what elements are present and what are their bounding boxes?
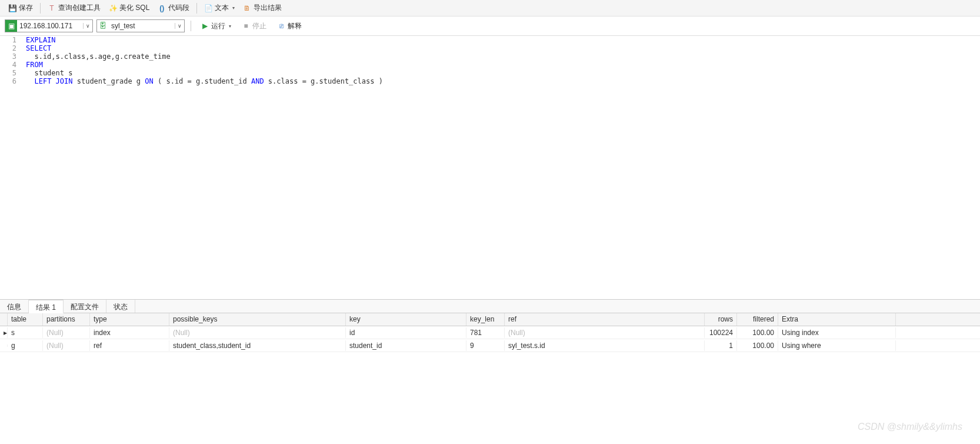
document-icon: 📄 <box>204 4 212 12</box>
col-key-len[interactable]: key_len <box>466 313 505 326</box>
cell-ref[interactable]: syl_test.s.id <box>505 340 705 351</box>
sql-editor[interactable]: 123456 EXPLAINSELECT s.id,s.class,s.age,… <box>0 35 980 299</box>
query-tool-label: 查询创建工具 <box>58 3 101 13</box>
cell-filtered[interactable]: 100.00 <box>737 327 778 338</box>
stop-label: 停止 <box>252 21 266 31</box>
play-icon: ▶ <box>201 22 209 30</box>
cell-possible_keys[interactable]: (Null) <box>169 327 346 338</box>
save-button[interactable]: 💾 保存 <box>5 2 36 14</box>
save-icon: 💾 <box>8 4 16 12</box>
tab-info[interactable]: 信息 <box>0 300 29 313</box>
cell-key_len[interactable]: 9 <box>466 340 505 351</box>
separator <box>196 3 197 14</box>
run-label: 运行 <box>211 21 225 31</box>
stop-icon: ■ <box>242 22 250 30</box>
col-ref[interactable]: ref <box>505 313 705 326</box>
host-combo[interactable]: ▣ 192.168.100.171 ∨ <box>5 19 93 32</box>
cell-partitions[interactable]: (Null) <box>43 340 90 351</box>
col-partitions[interactable]: partitions <box>43 313 90 326</box>
cell-partitions[interactable]: (Null) <box>43 327 90 338</box>
main-toolbar: 💾 保存 T 查询创建工具 ✨ 美化 SQL () 代码段 📄 文本 ▾ 🗎 导… <box>0 0 980 16</box>
query-tool-icon: T <box>48 4 56 12</box>
save-label: 保存 <box>19 3 33 13</box>
tab-status[interactable]: 状态 <box>106 300 135 313</box>
cell-ref[interactable]: (Null) <box>505 327 705 338</box>
tab-result-1[interactable]: 结果 1 <box>29 300 64 313</box>
run-button[interactable]: ▶ 运行 ▾ <box>197 20 235 32</box>
database-combo[interactable]: 🗄 syl_test ∨ <box>96 19 185 32</box>
col-extra[interactable]: Extra <box>778 313 896 326</box>
host-text: 192.168.100.171 <box>17 22 83 30</box>
separator <box>40 3 41 14</box>
code-area[interactable]: EXPLAINSELECT s.id,s.class,s.age,g.creat… <box>22 36 980 299</box>
table-row[interactable]: ▸s(Null)index(Null)id781(Null)100224100.… <box>0 326 980 339</box>
cell-table[interactable]: g <box>8 340 43 351</box>
cell-type[interactable]: ref <box>90 340 169 351</box>
explain-label: 解释 <box>288 21 302 31</box>
cell-rows[interactable]: 1 <box>705 340 737 351</box>
export-label: 导出结果 <box>254 3 282 13</box>
col-rows[interactable]: rows <box>705 313 737 326</box>
database-text: syl_test <box>109 22 175 30</box>
beautify-label: 美化 SQL <box>119 3 149 13</box>
col-type[interactable]: type <box>90 313 169 326</box>
result-grid: table partitions type possible_keys key … <box>0 313 980 352</box>
cell-key_len[interactable]: 781 <box>466 327 505 338</box>
chevron-down-icon: ∨ <box>175 23 184 29</box>
parentheses-icon: () <box>158 4 166 12</box>
explain-button[interactable]: ⎚ 解释 <box>274 20 305 32</box>
code-snippet-button[interactable]: () 代码段 <box>154 2 193 14</box>
dropdown-icon: ▾ <box>232 5 235 11</box>
cell-key[interactable]: id <box>346 327 466 338</box>
col-table[interactable]: table <box>8 313 43 326</box>
chevron-down-icon: ∨ <box>83 23 92 29</box>
beautify-sql-button[interactable]: ✨ 美化 SQL <box>105 2 153 14</box>
export-icon: 🗎 <box>243 4 251 12</box>
text-label: 文本 <box>215 3 229 13</box>
snippet-label: 代码段 <box>168 3 189 13</box>
connection-icon: ▣ <box>5 20 17 32</box>
stop-button: ■ 停止 <box>238 20 270 32</box>
col-key[interactable]: key <box>346 313 466 326</box>
cell-filtered[interactable]: 100.00 <box>737 340 778 351</box>
row-marker: ▸ <box>0 327 8 338</box>
database-icon: 🗄 <box>97 20 109 32</box>
grid-header: table partitions type possible_keys key … <box>0 313 980 326</box>
cell-table[interactable]: s <box>8 327 43 338</box>
cell-key[interactable]: student_id <box>346 340 466 351</box>
table-row[interactable]: g(Null)refstudent_class,student_idstuden… <box>0 339 980 352</box>
connection-bar: ▣ 192.168.100.171 ∨ 🗄 syl_test ∨ ▶ 运行 ▾ … <box>0 16 980 35</box>
cell-rows[interactable]: 100224 <box>705 327 737 338</box>
query-tool-button[interactable]: T 查询创建工具 <box>44 2 104 14</box>
dropdown-icon: ▾ <box>229 24 231 29</box>
cell-possible_keys[interactable]: student_class,student_id <box>169 340 346 351</box>
separator <box>191 21 191 31</box>
magic-icon: ✨ <box>109 4 117 12</box>
col-filtered[interactable]: filtered <box>737 313 778 326</box>
row-marker <box>0 344 8 347</box>
col-possible-keys[interactable]: possible_keys <box>169 313 346 326</box>
result-tabs: 信息 结果 1 配置文件 状态 <box>0 299 980 313</box>
explain-icon: ⎚ <box>277 22 285 30</box>
cell-extra[interactable]: Using index <box>778 327 896 338</box>
row-handle-header <box>0 313 8 326</box>
line-gutter: 123456 <box>0 36 22 299</box>
cell-extra[interactable]: Using where <box>778 340 896 351</box>
export-button[interactable]: 🗎 导出结果 <box>239 2 285 14</box>
cell-type[interactable]: index <box>90 327 169 338</box>
text-button[interactable]: 📄 文本 ▾ <box>201 2 238 14</box>
tab-profile[interactable]: 配置文件 <box>64 300 106 313</box>
